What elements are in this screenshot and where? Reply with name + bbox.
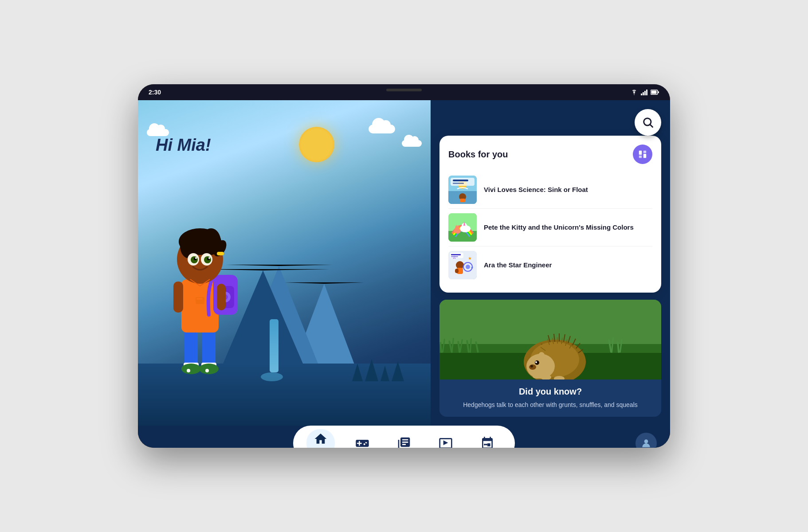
greeting-text: Hi Mia! <box>156 136 211 155</box>
tree-2 <box>365 359 378 381</box>
search-button[interactable] <box>635 109 661 136</box>
svg-point-13 <box>187 369 190 372</box>
svg-point-12 <box>199 364 219 374</box>
svg-rect-6 <box>651 91 657 94</box>
hedgehog-scene <box>439 300 661 379</box>
search-icon <box>642 116 654 129</box>
svg-rect-28 <box>217 252 224 255</box>
book-title-1: Vivi Loves Science: Sink or Float <box>484 185 588 194</box>
nav-item-home[interactable]: Home <box>306 429 335 448</box>
books-card: Books for you <box>439 136 661 293</box>
did-you-know-card[interactable]: Did you know? Hedgehogs talk to each oth… <box>439 300 661 417</box>
svg-point-14 <box>205 369 209 372</box>
bottom-navigation: Home <box>138 426 670 448</box>
screen: 2:30 <box>138 84 670 448</box>
svg-point-11 <box>181 364 201 374</box>
book-item-2[interactable]: Pete the Kitty and the Unicorn's Missing… <box>448 209 652 246</box>
profile-icon <box>640 438 652 448</box>
svg-rect-42 <box>643 151 646 153</box>
character-svg <box>151 191 249 390</box>
status-bar: 2:30 <box>138 84 670 100</box>
hero-section: Hi Mia! <box>138 100 431 426</box>
pete-cover-art <box>448 213 477 242</box>
hedgehog-image <box>439 300 661 379</box>
games-icon <box>354 435 370 448</box>
ara-cover-art: ★ ★ ★ <box>448 251 477 279</box>
svg-point-115 <box>535 361 537 363</box>
svg-point-36 <box>208 257 210 259</box>
svg-point-119 <box>533 374 541 379</box>
svg-rect-2 <box>644 91 646 95</box>
svg-rect-5 <box>658 91 659 93</box>
activities-icon <box>479 435 495 448</box>
svg-rect-8 <box>202 328 216 368</box>
vivi-cover-art <box>448 176 477 204</box>
home-icon <box>313 431 329 447</box>
book-title-2: Pete the Kitty and the Unicorn's Missing… <box>484 223 634 232</box>
wifi-icon <box>630 89 638 95</box>
svg-text:★: ★ <box>468 256 472 261</box>
nav-item-games[interactable] <box>348 434 377 448</box>
svg-rect-71 <box>451 254 461 255</box>
svg-rect-1 <box>643 92 644 95</box>
svg-rect-43 <box>643 154 646 158</box>
nav-item-activities[interactable] <box>473 434 502 448</box>
fact-section: Did you know? Hedgehogs talk to each oth… <box>439 379 661 417</box>
videos-icon <box>438 435 454 448</box>
svg-point-113 <box>530 365 533 368</box>
trees-decoration <box>352 359 404 381</box>
svg-rect-20 <box>173 282 183 313</box>
main-content: Hi Mia! <box>138 100 670 426</box>
svg-rect-7 <box>184 328 198 368</box>
library-icon <box>396 435 412 448</box>
cloud-decoration-3 <box>147 129 169 136</box>
signal-icon <box>641 89 648 95</box>
waterfall-pool <box>261 372 283 381</box>
status-time: 2:30 <box>149 89 161 96</box>
book-title-3: Ara the Star Engineer <box>484 261 552 270</box>
svg-rect-40 <box>639 151 642 155</box>
waterfall-decoration <box>270 319 278 372</box>
svg-rect-21 <box>217 284 226 310</box>
svg-rect-38 <box>196 298 203 300</box>
did-you-know-title: Did you know? <box>447 387 654 397</box>
svg-rect-72 <box>451 256 458 257</box>
books-icon-button[interactable] <box>633 145 652 164</box>
book-cover-1 <box>448 176 477 204</box>
svg-point-35 <box>195 257 197 259</box>
info-section: Books for you <box>431 100 670 426</box>
svg-point-69 <box>466 265 470 269</box>
nav-item-videos[interactable] <box>431 434 460 448</box>
svg-rect-67 <box>455 269 459 273</box>
svg-rect-49 <box>451 178 475 186</box>
character-mia <box>151 191 249 390</box>
book-item-1[interactable]: Vivi Loves Science: Sink or Float <box>448 171 652 209</box>
cloud-decoration-1 <box>369 125 395 133</box>
nav-item-library[interactable] <box>390 434 418 448</box>
svg-rect-3 <box>646 90 647 95</box>
svg-rect-50 <box>453 180 468 181</box>
books-card-title: Books for you <box>448 149 508 160</box>
svg-rect-0 <box>641 94 642 95</box>
book-item-3[interactable]: ★ ★ ★ <box>448 246 652 284</box>
nav-pill: Home <box>293 426 515 448</box>
battery-icon <box>651 90 659 95</box>
svg-point-58 <box>455 226 459 231</box>
cloud-decoration-2 <box>402 140 422 147</box>
svg-rect-15 <box>181 279 219 332</box>
did-you-know-text: Hedgehogs talk to each other with grunts… <box>447 400 654 410</box>
svg-point-123 <box>644 439 648 443</box>
books-card-header: Books for you <box>448 145 652 164</box>
svg-rect-48 <box>460 199 465 202</box>
tree-4 <box>392 361 404 381</box>
book-cover-3: ★ ★ ★ <box>448 251 477 279</box>
profile-button[interactable] <box>635 433 657 448</box>
svg-rect-51 <box>453 183 464 184</box>
svg-rect-41 <box>639 156 642 158</box>
tree-3 <box>380 366 389 381</box>
sun-decoration <box>299 127 334 162</box>
tablet-frame: 2:30 <box>138 84 670 448</box>
status-icons <box>630 89 659 95</box>
tree-1 <box>352 364 363 381</box>
svg-point-116 <box>538 352 545 361</box>
